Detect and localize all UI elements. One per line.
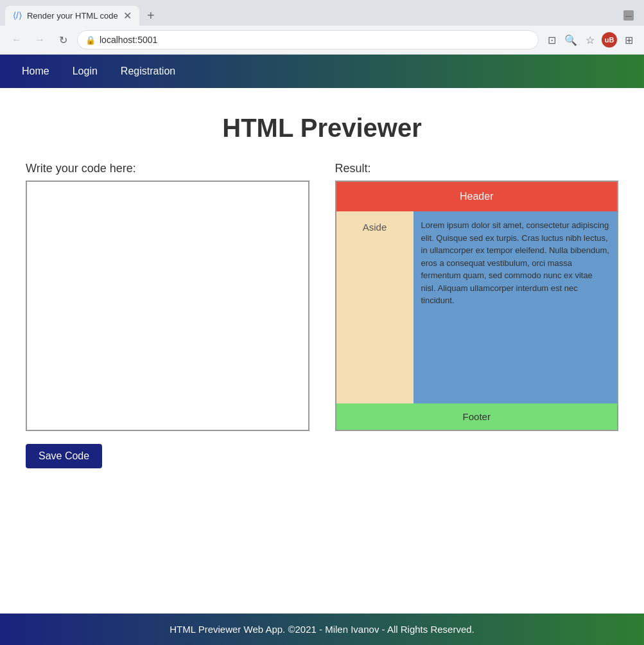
result-label: Result: xyxy=(335,162,619,175)
preview-aside: Aside xyxy=(336,211,413,403)
preview-header: Header xyxy=(336,182,618,211)
bookmark-icon[interactable]: ☆ xyxy=(582,32,598,48)
save-code-button[interactable]: Save Code xyxy=(26,444,102,468)
result-panel: Result: Header Aside Lorem ipsum dolor s… xyxy=(335,162,619,431)
nav-registration[interactable]: Registration xyxy=(109,57,187,86)
tab-close-button[interactable]: ✕ xyxy=(123,10,132,22)
editor-label: Write your code here: xyxy=(26,162,309,175)
ublock-icon[interactable]: uB xyxy=(602,32,617,48)
window-controls: — xyxy=(623,10,639,21)
back-button[interactable]: ← xyxy=(8,31,26,49)
forward-button[interactable]: → xyxy=(31,31,49,49)
address-bar[interactable]: 🔒 localhost:5001 xyxy=(77,30,539,49)
translate-icon[interactable]: ⊡ xyxy=(544,32,559,48)
preview-body: Aside Lorem ipsum dolor sit amet, consec… xyxy=(336,211,618,403)
extensions-icon[interactable]: ⊞ xyxy=(621,32,636,48)
nav-home[interactable]: Home xyxy=(10,57,61,86)
tab-title: Render your HTML code xyxy=(27,11,118,21)
code-editor[interactable] xyxy=(26,181,309,431)
url-text: localhost:5001 xyxy=(100,35,530,45)
preview-footer: Footer xyxy=(336,403,618,430)
navbar: Home Login Registration xyxy=(0,55,644,88)
nav-login[interactable]: Login xyxy=(61,57,109,86)
footer-text: HTML Previewer Web App. ©2021 - Milen Iv… xyxy=(170,624,474,635)
two-column-layout: Write your code here: Save Code Result: … xyxy=(26,162,618,468)
active-tab[interactable]: ⟨/⟩ Render your HTML code ✕ xyxy=(5,6,139,26)
main-content: HTML Previewer Write your code here: Sav… xyxy=(0,88,644,494)
new-tab-button[interactable]: + xyxy=(142,6,160,24)
tab-code-icon: ⟨/⟩ xyxy=(13,10,22,21)
tab-bar: ⟨/⟩ Render your HTML code ✕ + — xyxy=(0,0,644,26)
browser-chrome: ⟨/⟩ Render your HTML code ✕ + — ← → ↻ 🔒 … xyxy=(0,0,644,55)
omnibar-actions: ⊡ 🔍 ☆ uB ⊞ xyxy=(544,32,636,48)
page-title: HTML Previewer xyxy=(26,114,618,143)
refresh-button[interactable]: ↻ xyxy=(54,31,72,49)
minimize-button[interactable]: — xyxy=(623,10,634,21)
preview-article: Lorem ipsum dolor sit amet, consectetur … xyxy=(413,211,618,403)
search-icon[interactable]: 🔍 xyxy=(563,32,579,48)
preview-frame: Header Aside Lorem ipsum dolor sit amet,… xyxy=(335,181,619,431)
preview-inner: Header Aside Lorem ipsum dolor sit amet,… xyxy=(336,182,618,430)
editor-panel: Write your code here: Save Code xyxy=(26,162,309,468)
omnibar-row: ← → ↻ 🔒 localhost:5001 ⊡ 🔍 ☆ uB ⊞ xyxy=(0,26,644,54)
site-footer: HTML Previewer Web App. ©2021 - Milen Iv… xyxy=(0,614,644,645)
lock-icon: 🔒 xyxy=(85,35,96,45)
